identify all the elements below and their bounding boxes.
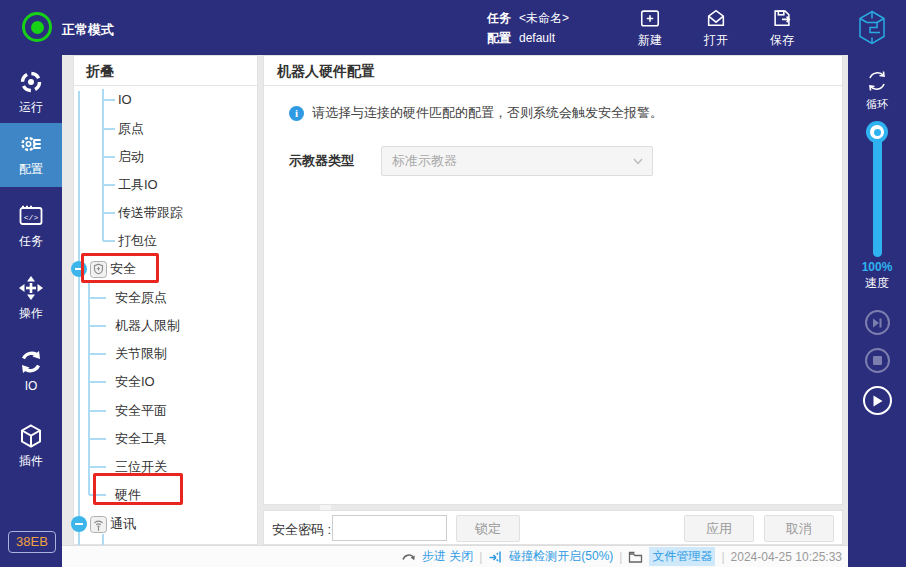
tree-item-hardware[interactable]: 硬件 — [115, 486, 141, 504]
top-bar: 正常模式 任务<未命名> 配置default 新建 打开 保存 — [0, 0, 906, 55]
config-tree-panel: 折叠 IO 原点 启动 工具IO 传送带跟踪 打包位 安全 安全原点 机器人限制… — [73, 55, 258, 545]
collision-status[interactable]: 碰撞检测开启(50%) — [509, 548, 613, 565]
tree-node-safety[interactable]: 安全 — [71, 259, 136, 279]
tree-group2-line — [88, 282, 90, 495]
sidebar-item-plugin[interactable]: 插件 — [0, 415, 62, 471]
collapse-toggle-icon[interactable] — [71, 261, 87, 277]
speed-slider-knob[interactable] — [866, 121, 888, 143]
info-icon: i — [289, 106, 304, 121]
move-arrows-icon — [18, 275, 44, 301]
open-folder-icon — [705, 7, 727, 29]
pendant-type-select[interactable]: 标准示教器 — [381, 146, 653, 176]
sidebar-item-run[interactable]: 运行 — [0, 61, 62, 117]
safety-password-bar: 安全密码 : 锁定 应用 取消 — [263, 510, 843, 545]
pendant-type-field: 示教器类型 标准示教器 — [289, 146, 653, 176]
status-bar: 步进 关闭 | 碰撞检测开启(50%) | 文件管理器 | 2024-04-25… — [62, 545, 848, 567]
speed-percent: 100% — [848, 260, 906, 274]
file-manager-link[interactable]: 文件管理器 — [649, 547, 715, 566]
tree-item-tool-io[interactable]: 工具IO — [118, 176, 158, 194]
tree-item-safety-plane[interactable]: 安全平面 — [115, 402, 167, 420]
info-message: i 请选择与连接的硬件匹配的配置，否则系统会触发安全报警。 — [289, 104, 663, 122]
loop-button[interactable]: 循环 — [848, 68, 906, 112]
step-status[interactable]: 步进 关闭 — [422, 548, 473, 565]
tree-item-safety-tool[interactable]: 安全工具 — [115, 430, 167, 448]
save-button[interactable]: 保存 — [761, 7, 803, 49]
tree-item-robot-limits[interactable]: 机器人限制 — [115, 317, 180, 335]
tree-item-safety-io[interactable]: 安全IO — [115, 373, 155, 391]
collapse-toggle-icon[interactable] — [71, 516, 87, 532]
step-forward-button[interactable] — [865, 310, 890, 335]
pendant-type-label: 示教器类型 — [289, 152, 381, 170]
chevron-down-icon — [632, 156, 644, 166]
tree-group1-line — [102, 89, 104, 241]
tree-root-line — [78, 91, 80, 546]
password-label: 安全密码 : — [272, 521, 331, 539]
cube-icon — [18, 423, 44, 449]
status-badge: 38EB — [8, 531, 56, 553]
speed-slider-track[interactable] — [873, 135, 882, 257]
save-icon — [771, 7, 793, 29]
app-window: 正常模式 任务<未命名> 配置default 新建 打开 保存 运行 — [0, 0, 906, 567]
task-label: 任务 — [487, 11, 511, 25]
shield-plus-icon — [90, 261, 107, 278]
tree-item-conveyor-tracking[interactable]: 传送带跟踪 — [118, 204, 183, 222]
skip-to-end-icon — [872, 318, 883, 328]
file-manager-icon — [628, 550, 643, 564]
stop-button[interactable] — [865, 348, 890, 373]
config-value: default — [519, 31, 555, 45]
config-label: 配置 — [487, 31, 511, 45]
task-config-block: 任务<未命名> 配置default — [487, 8, 569, 48]
lock-button[interactable]: 锁定 — [456, 515, 520, 542]
timestamp: 2024-04-25 10:25:33 — [731, 550, 842, 564]
brand-logo-icon — [856, 9, 888, 46]
code-window-icon: </> — [18, 203, 44, 229]
sidebar-item-config[interactable]: 配置 — [0, 123, 62, 187]
new-file-icon — [639, 7, 661, 29]
task-value: <未命名> — [519, 11, 569, 25]
apply-button[interactable]: 应用 — [684, 515, 754, 542]
tree-item-io[interactable]: IO — [118, 91, 132, 109]
right-control-panel: 循环 100% 速度 — [848, 55, 906, 567]
new-button[interactable]: 新建 — [629, 7, 671, 49]
svg-text:</>: </> — [24, 213, 39, 222]
tree-item-pack-position[interactable]: 打包位 — [118, 232, 157, 250]
tree-item-safe-home[interactable]: 安全原点 — [115, 289, 167, 307]
antenna-icon — [90, 516, 107, 533]
gear-icon — [18, 131, 44, 157]
io-cycle-icon — [18, 349, 44, 375]
sidebar-item-task[interactable]: </> 任务 — [0, 195, 62, 251]
page-title: 机器人硬件配置 — [264, 56, 842, 86]
hardware-config-panel: 机器人硬件配置 i 请选择与连接的硬件匹配的配置，否则系统会触发安全报警。 示教… — [263, 55, 843, 505]
collision-icon — [488, 550, 503, 564]
sidebar-item-io[interactable]: IO — [0, 341, 62, 397]
play-button[interactable] — [863, 386, 892, 415]
password-input[interactable] — [332, 515, 447, 541]
stop-icon — [873, 356, 882, 365]
sidebar-item-operate[interactable]: 操作 — [0, 267, 62, 323]
open-button[interactable]: 打开 — [695, 7, 737, 49]
tree-item-three-position-switch[interactable]: 三位开关 — [115, 458, 167, 476]
tree-node-comm[interactable]: 通讯 — [71, 514, 136, 534]
tree-item-startup[interactable]: 启动 — [118, 148, 144, 166]
left-sidebar: 运行 配置 </> 任务 操作 IO 插件 38EB — [0, 55, 62, 567]
cancel-button[interactable]: 取消 — [764, 515, 834, 542]
run-target-icon — [18, 69, 44, 95]
tree-header[interactable]: 折叠 — [74, 56, 257, 86]
speed-label: 速度 — [848, 275, 906, 292]
step-arrow-icon — [401, 550, 416, 564]
tree-item-joint-limits[interactable]: 关节限制 — [115, 345, 167, 363]
loop-icon — [864, 68, 890, 94]
mode-indicator-icon — [22, 12, 52, 42]
play-icon — [872, 395, 883, 407]
tree-item-origin[interactable]: 原点 — [118, 120, 144, 138]
mode-label: 正常模式 — [62, 21, 114, 39]
